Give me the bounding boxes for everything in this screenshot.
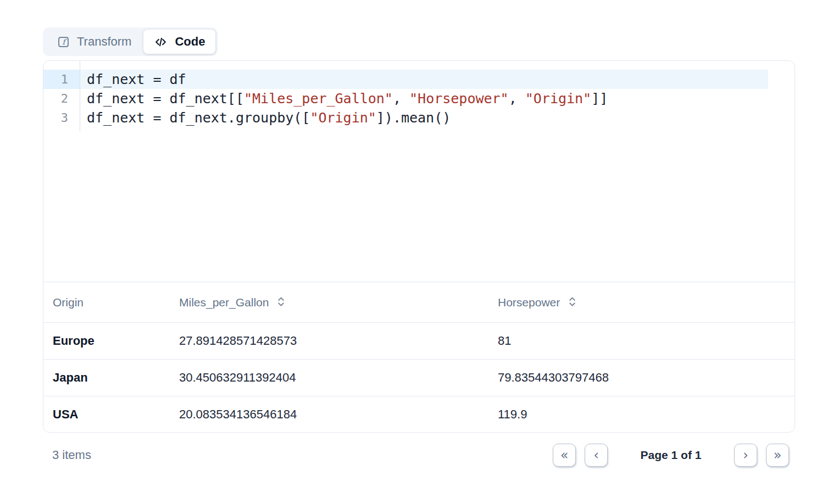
result-table: Origin Miles_per_Gallon Horsepow [43, 282, 795, 433]
column-header-origin: Origin [43, 296, 179, 309]
table-header-row: Origin Miles_per_Gallon Horsepow [43, 282, 795, 322]
string-token: "Origin" [525, 91, 591, 107]
tab-transform[interactable]: f Transform [45, 30, 143, 54]
sort-icon [568, 296, 576, 309]
next-page-button[interactable]: › [734, 444, 757, 467]
line-number: 2 [43, 89, 80, 108]
table-footer: 3 items « ‹ Page 1 of 1 › » [43, 439, 795, 472]
code-token: , [509, 91, 525, 107]
code-token: df_next = df [87, 71, 186, 87]
cell-miles-per-gallon: 30.450632911392404 [179, 371, 498, 385]
svg-text:f: f [63, 38, 68, 46]
code-line-3: df_next = df_next.groupby(["Origin"]).me… [80, 108, 768, 127]
cell-origin: Europe [43, 334, 179, 348]
line-number: 3 [43, 108, 80, 127]
code-editor[interactable]: 1 2 3 df_next = df df_next = df_next[["M… [43, 61, 795, 282]
string-token: "Horsepower" [409, 91, 509, 107]
sort-button[interactable] [277, 296, 285, 309]
table-row: USA 20.083534136546184 119.9 [43, 396, 795, 433]
double-chevron-right-icon: » [774, 449, 782, 462]
code-token: ]] [591, 91, 608, 107]
code-token: df_next = df_next.groupby([ [87, 110, 310, 126]
previous-page-button[interactable]: ‹ [585, 444, 608, 467]
cell-miles-per-gallon: 20.083534136546184 [179, 407, 498, 422]
code-line-1: df_next = df [80, 70, 768, 89]
sort-button[interactable] [568, 296, 576, 309]
cell-horsepower: 81 [498, 334, 795, 348]
cell-horsepower: 79.83544303797468 [498, 371, 795, 385]
editor-gutter: 1 2 3 [43, 61, 80, 131]
function-icon: f [57, 36, 70, 48]
column-header-horsepower: Horsepower [498, 296, 795, 309]
line-number: 1 [43, 70, 80, 89]
double-chevron-left-icon: « [560, 449, 569, 462]
cell-miles-per-gallon: 27.891428571428573 [179, 334, 498, 348]
code-token: ]).mean() [376, 110, 451, 126]
tab-code-label: Code [175, 35, 205, 49]
code-token: , [393, 91, 409, 107]
dataframe-panel: 1 2 3 df_next = df df_next = df_next[["M… [43, 60, 795, 433]
pagination: « ‹ Page 1 of 1 › » [553, 444, 795, 467]
cell-horsepower: 119.9 [498, 407, 795, 422]
page-indicator: Page 1 of 1 [608, 449, 734, 462]
table-row: Japan 30.450632911392404 79.835443037974… [43, 359, 795, 396]
editor-content: df_next = df df_next = df_next[["Miles_p… [80, 61, 795, 131]
column-header-label: Miles_per_Gallon [179, 296, 269, 309]
cell-origin: USA [43, 407, 179, 422]
last-page-button[interactable]: » [766, 444, 789, 467]
tab-code[interactable]: Code [143, 30, 215, 54]
chevron-left-icon: ‹ [593, 449, 599, 462]
code-line-2: df_next = df_next[["Miles_per_Gallon", "… [80, 89, 768, 108]
sort-icon [277, 296, 285, 309]
dataframe-transform-page: f Transform Code 1 2 3 [0, 0, 833, 504]
code-icon [154, 35, 168, 49]
code-token: df_next = df_next[[ [87, 91, 244, 107]
column-header-label: Origin [53, 296, 84, 309]
table-row: Europe 27.891428571428573 81 [43, 322, 795, 359]
items-count: 3 items [43, 448, 91, 462]
first-page-button[interactable]: « [553, 444, 576, 467]
string-token: "Origin" [310, 110, 376, 126]
view-tabs: f Transform Code [43, 27, 218, 56]
chevron-right-icon: › [743, 449, 748, 462]
tab-transform-label: Transform [77, 35, 131, 49]
column-header-miles-per-gallon: Miles_per_Gallon [179, 296, 498, 309]
cell-origin: Japan [43, 371, 179, 385]
string-token: "Miles_per_Gallon" [244, 91, 393, 107]
column-header-label: Horsepower [498, 296, 560, 309]
